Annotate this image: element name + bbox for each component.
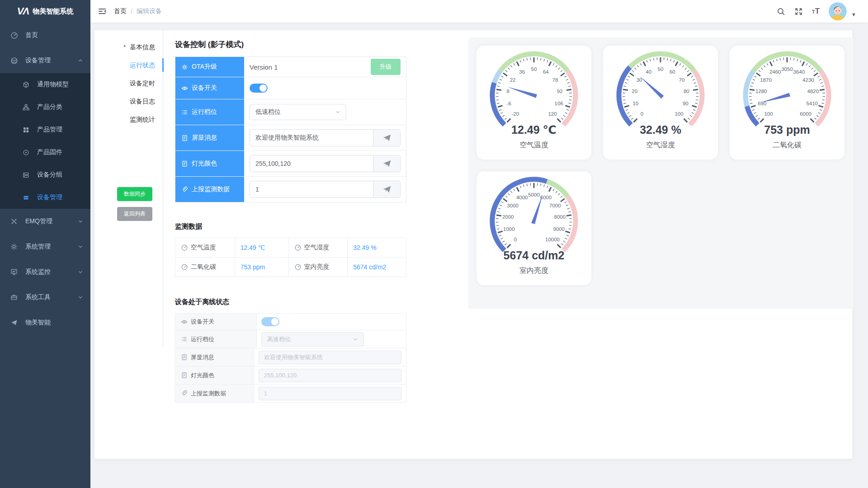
- select-caret-icon: [353, 337, 358, 342]
- tab-label: 运行状态: [130, 61, 155, 69]
- svg-text:-20: -20: [512, 111, 519, 117]
- svg-text:60: 60: [670, 69, 675, 75]
- control-row-device-switch: 设备开关: [175, 77, 406, 99]
- light-color-field: [250, 155, 401, 172]
- sidebar-item-product-management[interactable]: 产品管理: [0, 118, 90, 141]
- top-header: 首页 / 编辑设备 TT ▼: [90, 0, 868, 23]
- sidebar-item-wumei-smart[interactable]: 物美智能: [0, 310, 90, 335]
- send-button[interactable]: [373, 181, 400, 197]
- monitor-table: 空气温度 12.49 ℃ 空气湿度 32.49 % 二氧化碳 753 ppm 室…: [175, 238, 406, 277]
- back-to-list-button[interactable]: 返回列表: [117, 207, 152, 221]
- gauge-label: 室内亮度: [519, 266, 548, 276]
- monitor-row: 空气温度 12.49 ℃ 空气湿度 32.49 %: [175, 238, 406, 258]
- gear-icon: [181, 64, 188, 70]
- avatar-caret-icon[interactable]: ▼: [851, 12, 856, 17]
- offline-row-offline-light-color: 灯光颜色 255,100,120: [175, 366, 406, 385]
- monitor-icon: [9, 268, 19, 276]
- app-title: 物美智能系统: [33, 7, 73, 16]
- avatar[interactable]: [829, 2, 847, 20]
- sidebar-collapse-icon[interactable]: [98, 7, 107, 16]
- svg-text:120: 120: [548, 111, 557, 117]
- list-icon: [181, 109, 188, 116]
- monitor-value: 32.49 %: [348, 238, 406, 258]
- tab-basic-info[interactable]: * 基本信息: [94, 38, 163, 56]
- edit-device-card: * 基本信息 运行状态 设备定时 设备日志 监测统计 数据同步 返回列表 设备控…: [94, 30, 853, 459]
- device-switch-toggle[interactable]: [250, 84, 268, 93]
- search-icon[interactable]: [777, 7, 785, 16]
- control-label-report-data: 上报监测数据: [175, 177, 244, 202]
- tab-label: 监测统计: [130, 116, 155, 123]
- sidebar: VΛ 物美智能系统 首页 设备管理 通用物模型 产品分类 产品管理 产品固件 设…: [0, 0, 90, 488]
- chevron-down-icon: [78, 219, 83, 224]
- app-logo: VΛ 物美智能系统: [0, 0, 90, 23]
- group-icon: [21, 172, 31, 178]
- sidebar-item-home[interactable]: 首页: [0, 23, 90, 48]
- svg-text:90: 90: [683, 101, 689, 106]
- report-data-input[interactable]: [250, 181, 373, 197]
- offline-row-offline-report-data: 上报监测数据 1: [175, 385, 406, 402]
- sidebar-item-system-management[interactable]: 系统管理: [0, 234, 90, 259]
- gauge-value: 5674 cd/m2: [504, 249, 565, 262]
- sidebar-item-device-group[interactable]: 设备分组: [0, 164, 90, 186]
- svg-text:2000: 2000: [502, 214, 514, 220]
- sidebar-item-label: 系统管理: [25, 243, 51, 251]
- tab-device-log[interactable]: 设备日志: [94, 92, 163, 110]
- sitemap-icon: [21, 104, 31, 111]
- sidebar-item-common-thing-model[interactable]: 通用物模型: [0, 73, 90, 96]
- svg-text:64: 64: [543, 69, 549, 75]
- sidebar-item-label: 设备分组: [37, 171, 62, 179]
- offline-label: 运行档位: [175, 330, 257, 348]
- send-button[interactable]: [373, 130, 400, 146]
- doc-icon: [181, 160, 188, 167]
- doc-icon: [181, 354, 188, 361]
- control-row-report-data: 上报监测数据: [175, 177, 406, 202]
- svg-text:4000: 4000: [516, 195, 528, 200]
- svg-text:100: 100: [764, 111, 773, 117]
- header-actions: TT ▼: [777, 2, 868, 20]
- sidebar-item-product-category[interactable]: 产品分类: [0, 96, 90, 118]
- sidebar-item-label: 产品固件: [37, 148, 62, 156]
- data-sync-button[interactable]: 数据同步: [117, 187, 152, 201]
- fullscreen-icon[interactable]: [794, 7, 803, 16]
- sidebar-item-device-management-list[interactable]: 设备管理: [0, 186, 90, 209]
- sidebar-item-device-management[interactable]: 设备管理: [0, 48, 90, 73]
- light-color-input[interactable]: [250, 155, 373, 172]
- offline-report-data-input: 1: [259, 387, 401, 400]
- upgrade-button[interactable]: 升级: [371, 59, 401, 75]
- send-button[interactable]: [373, 155, 400, 172]
- gauge-grid: -20-68223650647892106120 12.49 ℃ 空气温度010…: [476, 46, 845, 285]
- bars-icon: [21, 194, 31, 201]
- tab-run-status[interactable]: 运行状态: [94, 56, 163, 74]
- offline-label: 灯光颜色: [175, 366, 254, 384]
- sidebar-item-product-firmware[interactable]: 产品固件: [0, 141, 90, 164]
- sidebar-item-system-tools[interactable]: 系统工具: [0, 285, 90, 310]
- svg-text:5410: 5410: [806, 101, 818, 106]
- control-row-screen-message: 屏显消息: [175, 125, 406, 151]
- svg-text:10000: 10000: [545, 237, 560, 242]
- svg-text:10: 10: [632, 101, 638, 106]
- shadow-control-table: OTA升级 Version 1 升级 设备开关 运行档位 低速档位 屏显消息 灯…: [175, 56, 406, 202]
- svg-text:36: 36: [519, 69, 525, 75]
- svg-text:20: 20: [632, 89, 637, 94]
- gauge-card-1: 0102030405060708090100 32.49 % 空气湿度: [603, 46, 718, 160]
- report-data-field: [250, 181, 401, 198]
- run-gear-select[interactable]: 低速档位: [250, 104, 346, 120]
- svg-text:3000: 3000: [507, 203, 519, 208]
- svg-text:4820: 4820: [807, 89, 819, 94]
- gauge-dial: 0100020003000400050006000700080009000100…: [484, 175, 584, 255]
- sidebar-item-system-monitor[interactable]: 系统监控: [0, 259, 90, 285]
- font-size-icon[interactable]: TT: [812, 7, 820, 16]
- ota-version-text: Version 1: [250, 63, 278, 71]
- screen-message-input[interactable]: [250, 130, 373, 146]
- breadcrumb-home[interactable]: 首页: [114, 7, 127, 15]
- tab-device-timer[interactable]: 设备定时: [94, 74, 163, 92]
- svg-text:1000: 1000: [503, 226, 515, 232]
- sidebar-item-emq-management[interactable]: EMQ管理: [0, 209, 90, 234]
- tab-monitor-stats[interactable]: 监测统计: [94, 110, 163, 128]
- svg-text:50: 50: [531, 66, 537, 72]
- sidebar-menu: 首页 设备管理 通用物模型 产品分类 产品管理 产品固件 设备分组 设备管理 E…: [0, 23, 90, 335]
- toolbox-icon: [9, 294, 19, 301]
- monitor-label: 空气湿度: [288, 238, 348, 258]
- offline-label: 上报监测数据: [175, 385, 254, 402]
- offline-label: 设备开关: [175, 314, 257, 330]
